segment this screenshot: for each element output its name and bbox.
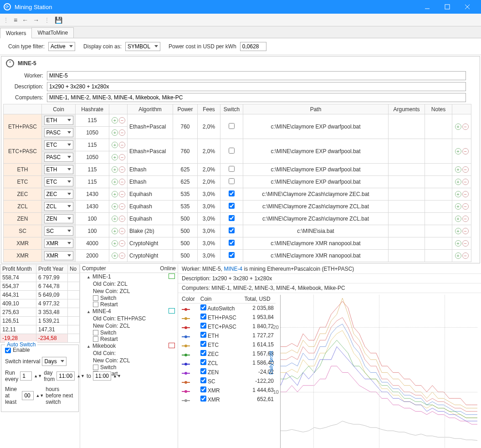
remove-icon[interactable]: −: [119, 142, 125, 148]
add-icon[interactable]: +: [112, 129, 118, 136]
coin-select[interactable]: SC: [44, 227, 73, 236]
switch-cb[interactable]: [93, 365, 98, 370]
coin-filter-select[interactable]: Active: [48, 42, 75, 51]
add-row-icon[interactable]: +: [455, 252, 461, 259]
add-row-icon[interactable]: +: [455, 240, 461, 247]
power-cost-input[interactable]: [240, 42, 266, 51]
coin-select[interactable]: ZEC: [44, 190, 73, 199]
tab-workers[interactable]: Workers: [0, 28, 32, 38]
coin-visibility-checkbox[interactable]: [200, 341, 206, 347]
mine-hours-input[interactable]: [22, 391, 34, 400]
coin-visibility-checkbox[interactable]: [200, 377, 206, 383]
add-icon[interactable]: +: [112, 228, 118, 234]
coin-visibility-checkbox[interactable]: [200, 359, 206, 365]
coin-select[interactable]: PASC: [44, 128, 73, 137]
back-icon[interactable]: ←: [22, 16, 28, 24]
remove-row-icon[interactable]: −: [462, 216, 469, 222]
maximize-button[interactable]: [437, 0, 457, 14]
remove-row-icon[interactable]: −: [462, 228, 469, 234]
add-icon[interactable]: +: [112, 216, 118, 222]
remove-icon[interactable]: −: [119, 117, 125, 124]
add-row-icon[interactable]: +: [455, 203, 461, 210]
add-row-icon[interactable]: +: [455, 166, 461, 173]
coin-select[interactable]: ZEN: [44, 214, 73, 223]
remove-row-icon[interactable]: −: [462, 252, 469, 259]
switch-checkbox[interactable]: [229, 123, 235, 129]
computer-node[interactable]: ▲MINE-4: [80, 308, 178, 315]
add-row-icon[interactable]: +: [455, 191, 461, 197]
time-from-input[interactable]: [56, 371, 75, 381]
coin-select[interactable]: ZCL: [44, 202, 73, 211]
switch-cb[interactable]: [93, 330, 98, 335]
display-as-select[interactable]: SYMBOL: [125, 42, 160, 51]
switch-checkbox[interactable]: [229, 252, 235, 258]
remove-icon[interactable]: −: [119, 228, 125, 234]
coin-visibility-checkbox[interactable]: [200, 396, 206, 402]
remove-icon[interactable]: −: [119, 240, 125, 247]
menu-icon[interactable]: ≡: [14, 16, 17, 24]
switch-checkbox[interactable]: [229, 203, 235, 209]
minimize-button[interactable]: [417, 0, 437, 14]
collapse-icon[interactable]: ˆ: [6, 59, 14, 67]
add-icon[interactable]: +: [112, 203, 118, 210]
remove-icon[interactable]: −: [119, 252, 125, 259]
coin-visibility-checkbox[interactable]: [200, 350, 206, 356]
add-row-icon[interactable]: +: [455, 148, 461, 154]
add-icon[interactable]: +: [112, 154, 118, 160]
time-to-input[interactable]: [93, 371, 111, 381]
remove-icon[interactable]: −: [119, 203, 125, 210]
enable-checkbox[interactable]: [5, 347, 11, 353]
save-icon[interactable]: 💾: [55, 16, 62, 24]
coin-select[interactable]: XMR: [44, 251, 73, 260]
coin-select[interactable]: ETC: [44, 140, 73, 149]
add-icon[interactable]: +: [112, 142, 118, 148]
coin-select[interactable]: ETH: [44, 116, 73, 125]
add-icon[interactable]: +: [112, 191, 118, 197]
interval-select[interactable]: Days: [42, 357, 67, 366]
add-row-icon[interactable]: +: [455, 124, 461, 130]
restart-cb[interactable]: [93, 336, 98, 342]
coin-visibility-checkbox[interactable]: [200, 332, 206, 338]
coin-visibility-checkbox[interactable]: [200, 323, 206, 329]
switch-checkbox[interactable]: [229, 240, 235, 246]
remove-row-icon[interactable]: −: [462, 148, 469, 154]
remove-icon[interactable]: −: [119, 191, 125, 197]
coin-select[interactable]: ETC: [44, 177, 73, 186]
add-icon[interactable]: +: [112, 117, 118, 124]
coin-select[interactable]: PASC: [44, 153, 73, 162]
computer-node[interactable]: ▲Mikebook: [80, 342, 178, 350]
add-icon[interactable]: +: [112, 166, 118, 173]
description-input[interactable]: [47, 82, 466, 91]
add-row-icon[interactable]: +: [455, 228, 461, 234]
remove-icon[interactable]: −: [119, 129, 125, 136]
close-button[interactable]: [457, 0, 477, 14]
remove-row-icon[interactable]: −: [462, 166, 469, 173]
add-icon[interactable]: +: [112, 240, 118, 247]
switch-checkbox[interactable]: [229, 148, 235, 154]
coin-select[interactable]: XMR: [44, 239, 73, 248]
run-every-input[interactable]: [20, 371, 32, 381]
switch-cb[interactable]: [93, 295, 98, 301]
switch-checkbox[interactable]: [229, 215, 235, 221]
remove-icon[interactable]: −: [119, 166, 125, 173]
remove-row-icon[interactable]: −: [462, 124, 469, 130]
switch-checkbox[interactable]: [229, 178, 235, 184]
remove-row-icon[interactable]: −: [462, 240, 469, 247]
remove-row-icon[interactable]: −: [462, 179, 469, 185]
remove-icon[interactable]: −: [119, 216, 125, 222]
remove-icon[interactable]: −: [119, 154, 125, 160]
switch-checkbox[interactable]: [229, 191, 235, 196]
mine4-link[interactable]: MINE-4: [224, 266, 242, 272]
remove-row-icon[interactable]: −: [462, 203, 469, 210]
computers-input[interactable]: [47, 93, 466, 102]
add-row-icon[interactable]: +: [455, 216, 461, 222]
coin-visibility-checkbox[interactable]: [200, 304, 206, 310]
coin-select[interactable]: ETH: [44, 165, 73, 174]
switch-checkbox[interactable]: [229, 166, 235, 172]
computer-node[interactable]: ▲MINE-1: [80, 273, 178, 280]
worker-input[interactable]: [47, 71, 466, 80]
restart-cb[interactable]: [93, 302, 98, 307]
tab-whattomine[interactable]: WhatToMine: [31, 27, 74, 38]
remove-icon[interactable]: −: [119, 179, 125, 185]
remove-row-icon[interactable]: −: [462, 191, 469, 197]
